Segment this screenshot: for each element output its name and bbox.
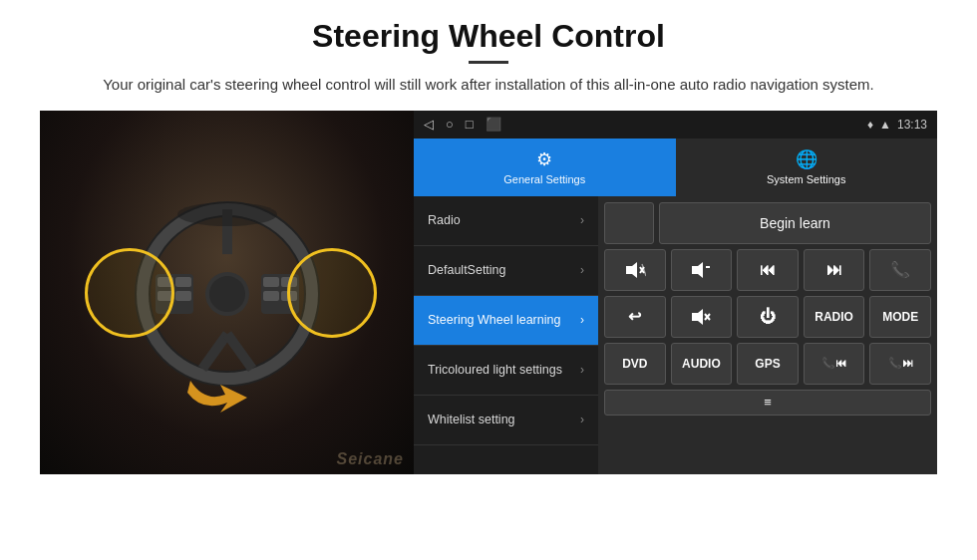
arrow-area: [182, 363, 262, 422]
extra-button[interactable]: ≡: [604, 390, 931, 416]
call-prev-button[interactable]: 📞⏮: [804, 343, 865, 385]
menu-item-default[interactable]: DefaultSetting ›: [414, 246, 598, 296]
menu-item-default-label: DefaultSetting: [428, 262, 506, 278]
svg-rect-11: [175, 291, 191, 301]
page-wrapper: Steering Wheel Control Your original car…: [0, 0, 977, 474]
menu-item-radio[interactable]: Radio ›: [414, 196, 598, 246]
menu-item-steering-label: Steering Wheel learning: [428, 312, 560, 328]
chevron-icon: ›: [580, 263, 584, 277]
menu-item-tricoloured[interactable]: Tricoloured light settings ›: [414, 346, 598, 396]
ctrl-row-4: DVD AUDIO GPS 📞⏮ 📞⏭: [604, 343, 931, 385]
menu-item-radio-label: Radio: [428, 212, 461, 228]
tab-system-label: System Settings: [767, 173, 845, 185]
svg-point-6: [209, 276, 245, 312]
call-button[interactable]: 📞: [869, 249, 931, 291]
gear-icon: ⚙: [536, 148, 552, 170]
svg-rect-14: [263, 291, 279, 301]
watermark: Seicane: [337, 450, 404, 468]
menu-item-steering[interactable]: Steering Wheel learning ›: [414, 296, 598, 346]
main-area: Radio › DefaultSetting › Steering Wheel …: [414, 196, 937, 474]
chevron-icon: ›: [580, 313, 584, 327]
status-bar: ◁ ○ □ ⬛ ♦ ▲ 13:13: [414, 111, 937, 139]
begin-learn-button[interactable]: Begin learn: [659, 202, 931, 244]
gps-button[interactable]: GPS: [737, 343, 799, 385]
callout-left: [85, 248, 174, 338]
vol-down-button[interactable]: [671, 249, 733, 291]
menu-list: Radio › DefaultSetting › Steering Wheel …: [414, 196, 598, 474]
next-track-button[interactable]: ⏭: [804, 249, 865, 291]
svg-point-17: [177, 202, 277, 226]
dvd-button[interactable]: DVD: [604, 343, 666, 385]
chevron-icon: ›: [580, 363, 584, 377]
prev-track-button[interactable]: ⏮: [737, 249, 799, 291]
menu-item-tricoloured-label: Tricoloured light settings: [428, 362, 562, 378]
page-subtitle: Your original car's steering wheel contr…: [40, 74, 937, 97]
svg-marker-22: [692, 262, 703, 278]
tab-bar: ⚙ General Settings 🌐 System Settings: [414, 139, 937, 196]
tab-general-label: General Settings: [503, 173, 585, 185]
radio-button[interactable]: RADIO: [804, 296, 865, 338]
svg-rect-10: [175, 277, 191, 287]
mode-button[interactable]: MODE: [869, 296, 931, 338]
control-panel: Begin learn ⏮ ⏭ 📞: [598, 196, 937, 474]
car-image-area: Seicane: [40, 111, 414, 474]
back-icon[interactable]: ◁: [424, 117, 434, 132]
ctrl-row-1: Begin learn: [604, 202, 931, 244]
status-bar-right: ♦ ▲ 13:13: [867, 118, 927, 132]
system-icon: 🌐: [796, 148, 817, 170]
menu-item-whitelist-label: Whitelist setting: [428, 412, 515, 427]
mute-button[interactable]: [671, 296, 733, 338]
title-divider: [469, 61, 508, 64]
signal-icon: ▲: [879, 118, 891, 132]
vol-up-button[interactable]: [604, 249, 666, 291]
arrow-svg: [182, 363, 262, 418]
svg-marker-18: [626, 262, 637, 278]
home-icon[interactable]: ○: [446, 117, 454, 132]
location-icon: ♦: [867, 118, 873, 132]
page-title: Steering Wheel Control: [40, 18, 937, 55]
power-button[interactable]: ⏻: [737, 296, 799, 338]
android-panel: ◁ ○ □ ⬛ ♦ ▲ 13:13 ⚙ General Settings: [414, 111, 937, 474]
screenshot-icon[interactable]: ⬛: [486, 117, 501, 132]
end-call-button[interactable]: ↩: [604, 296, 666, 338]
ctrl-row-2: ⏮ ⏭ 📞: [604, 249, 931, 291]
recent-icon[interactable]: □: [466, 117, 474, 132]
status-bar-left: ◁ ○ □ ⬛: [424, 117, 501, 132]
callout-right: [287, 248, 377, 338]
ctrl-row-5: ≡: [604, 390, 931, 416]
content-row: Seicane ◁ ○ □ ⬛ ♦ ▲ 13:13: [40, 111, 937, 474]
svg-marker-24: [692, 309, 703, 325]
empty-input-box: [604, 202, 654, 244]
chevron-icon: ›: [580, 413, 584, 426]
audio-button[interactable]: AUDIO: [671, 343, 733, 385]
chevron-icon: ›: [580, 213, 584, 227]
menu-item-whitelist[interactable]: Whitelist setting ›: [414, 396, 598, 445]
car-bg: Seicane: [40, 111, 414, 474]
ctrl-row-3: ↩ ⏻ RADIO MODE: [604, 296, 931, 338]
call-next-button[interactable]: 📞⏭: [869, 343, 931, 385]
status-time: 13:13: [897, 118, 927, 132]
svg-rect-13: [263, 277, 279, 287]
tab-system[interactable]: 🌐 System Settings: [676, 139, 938, 196]
tab-general[interactable]: ⚙ General Settings: [414, 139, 676, 196]
